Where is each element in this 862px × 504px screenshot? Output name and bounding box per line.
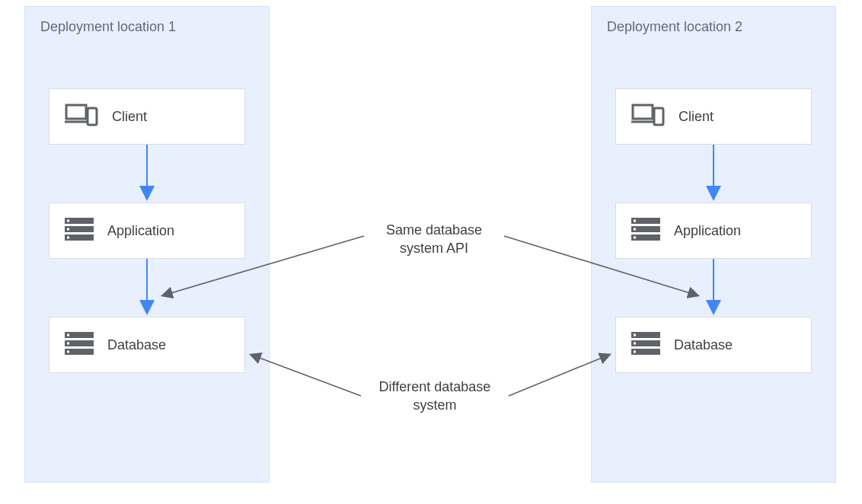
different-database-system-annotation: Different database system — [362, 378, 507, 415]
client-node-left: Client — [49, 88, 245, 145]
database-node-right: Database — [615, 317, 812, 373]
application-label-right: Application — [674, 223, 741, 239]
svg-rect-28 — [634, 343, 636, 345]
server-icon — [65, 332, 94, 358]
application-label-left: Application — [107, 223, 174, 239]
annotation-line: Same database — [366, 221, 503, 239]
svg-rect-21 — [634, 220, 636, 222]
svg-rect-8 — [67, 237, 69, 239]
annotation-line: system — [362, 396, 507, 414]
deployment-location-1-title: Deployment location 1 — [40, 19, 176, 35]
annotation-line: Different database — [362, 378, 507, 396]
client-devices-icon — [65, 104, 98, 129]
same-database-api-annotation: Same database system API — [366, 221, 503, 258]
svg-rect-7 — [67, 228, 69, 231]
svg-rect-13 — [67, 343, 69, 345]
client-label-left: Client — [112, 109, 147, 125]
svg-rect-0 — [66, 105, 86, 119]
svg-rect-27 — [634, 334, 636, 337]
client-label-right: Client — [678, 109, 714, 125]
deployment-location-2-title: Deployment location 2 — [607, 19, 742, 35]
database-label-left: Database — [107, 337, 166, 353]
svg-rect-14 — [67, 351, 69, 353]
server-icon — [65, 218, 94, 244]
application-node-right: Application — [615, 203, 812, 259]
svg-rect-23 — [634, 237, 636, 239]
client-node-right: Client — [615, 88, 812, 145]
client-devices-icon — [631, 104, 665, 129]
svg-rect-6 — [67, 220, 69, 222]
svg-rect-29 — [634, 351, 636, 353]
svg-rect-22 — [634, 228, 636, 231]
annotation-line: system API — [366, 239, 503, 257]
svg-rect-2 — [88, 108, 97, 125]
svg-rect-17 — [654, 108, 663, 125]
server-icon — [631, 332, 660, 358]
database-node-left: Database — [49, 317, 245, 373]
svg-rect-12 — [67, 334, 69, 337]
application-node-left: Application — [49, 203, 245, 259]
svg-rect-15 — [633, 105, 653, 119]
database-label-right: Database — [674, 337, 733, 353]
server-icon — [631, 218, 660, 244]
